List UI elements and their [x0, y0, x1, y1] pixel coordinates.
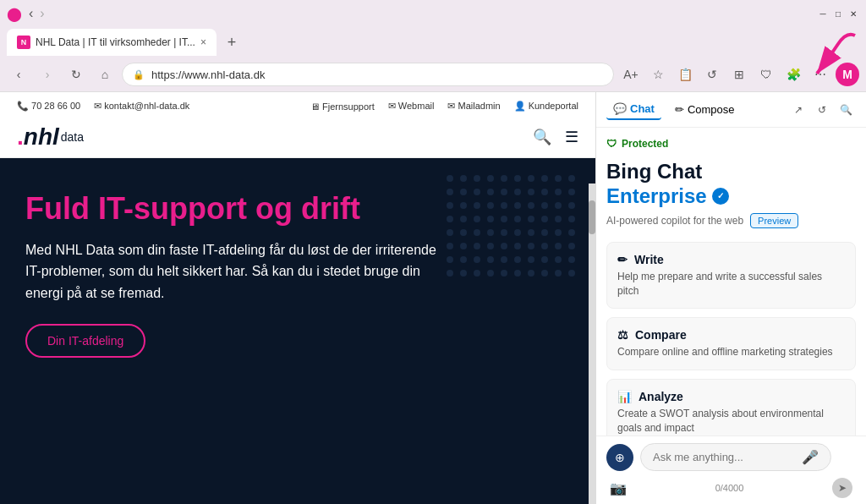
- chat-footer-row: 📷 0/4000 ➤: [606, 474, 856, 498]
- active-tab[interactable]: N NHL Data | IT til virksomheder | IT...…: [7, 29, 216, 56]
- bing-chat-panel: 💬 Chat ✏ Compose ↗ ↺ 🔍 🛡 Protected Bing …: [595, 92, 866, 504]
- fjernsupport-link[interactable]: 🖥 Fjernsupport: [310, 101, 375, 112]
- contact-info: 📞 70 28 66 00 ✉ kontakt@nhl-data.dk: [17, 101, 189, 112]
- close-button[interactable]: ✕: [847, 8, 859, 19]
- panel-tab-actions: ↗ ↺ 🔍: [788, 100, 856, 120]
- hero-cta-button[interactable]: Din IT-afdeling: [25, 324, 145, 358]
- compare-description: Compare online and offline marketing str…: [617, 345, 845, 359]
- kundeportal-link[interactable]: 👤 Kundeportal: [514, 101, 578, 112]
- nav-back-title[interactable]: ‹: [29, 6, 33, 21]
- url-text: https://www.nhl-data.dk: [151, 68, 265, 81]
- write-description: Help me prepare and write a successful s…: [617, 270, 845, 299]
- profile-button[interactable]: M: [836, 63, 859, 86]
- compare-suggestion-card[interactable]: ⚖ Compare Compare online and offline mar…: [606, 317, 856, 370]
- compare-icon: ⚖: [617, 328, 628, 342]
- home-button[interactable]: ⌂: [93, 63, 117, 86]
- compose-tab[interactable]: ✏ Compose: [668, 100, 742, 119]
- phone: 📞 70 28 66 00: [17, 101, 80, 112]
- read-aloud-button[interactable]: A+: [619, 63, 643, 86]
- protected-badge: 🛡 Protected: [606, 138, 856, 150]
- panel-body: 🛡 Protected Bing Chat Enterprise ✓ AI-po…: [596, 128, 866, 436]
- toolbar-actions: A+ ☆ 📋 ↺ ⊞ 🛡 🧩 ⋯ M: [619, 63, 859, 86]
- search-icon[interactable]: 🔍: [533, 128, 551, 146]
- address-bar[interactable]: 🔒 https://www.nhl-data.dk: [122, 63, 614, 86]
- chat-input-container: 🎤: [640, 443, 831, 471]
- maximize-button[interactable]: □: [832, 8, 844, 19]
- analyze-icon: 📊: [617, 390, 632, 403]
- window-controls: ─ □ ✕: [817, 8, 859, 19]
- new-tab-button[interactable]: +: [220, 30, 244, 54]
- char-count: 0/4000: [715, 483, 744, 493]
- sync-button[interactable]: ↺: [700, 63, 724, 86]
- analyze-title: Analyze: [639, 390, 683, 403]
- settings-button[interactable]: ⋯: [808, 63, 832, 86]
- compose-icon: ✏: [675, 103, 684, 116]
- panel-footer: ⊕ 🎤 📷 0/4000 ➤: [596, 436, 866, 504]
- chat-tab-label: Chat: [630, 102, 655, 115]
- website-header: 📞 70 28 66 00 ✉ kontakt@nhl-data.dk 🖥 Fj…: [0, 92, 595, 120]
- webmail-link[interactable]: ✉ Webmail: [388, 101, 435, 112]
- refresh-button[interactable]: ↻: [64, 63, 88, 86]
- camera-button[interactable]: 📷: [610, 480, 627, 496]
- write-title: Write: [634, 253, 664, 266]
- nav-forward-title[interactable]: ›: [40, 6, 44, 21]
- scrollbar[interactable]: [589, 184, 595, 504]
- website-content: 📞 70 28 66 00 ✉ kontakt@nhl-data.dk 🖥 Fj…: [0, 92, 595, 504]
- analyze-description: Create a SWOT analysis about environment…: [617, 407, 845, 436]
- email: ✉ kontakt@nhl-data.dk: [94, 101, 189, 112]
- favorites-button[interactable]: ☆: [646, 63, 670, 86]
- tab-favicon: N: [17, 36, 30, 49]
- analyze-suggestion-header: 📊 Analyze: [617, 390, 845, 403]
- lock-icon: 🔒: [133, 69, 145, 80]
- analyze-suggestion-card[interactable]: 📊 Analyze Create a SWOT analysis about e…: [606, 379, 856, 436]
- chat-input[interactable]: [653, 451, 795, 463]
- protected-label: Protected: [622, 138, 668, 150]
- compare-suggestion-header: ⚖ Compare: [617, 328, 845, 342]
- title-bar: ⬤ ‹ › ─ □ ✕: [0, 0, 866, 27]
- chat-tab[interactable]: 💬 Chat: [606, 99, 661, 120]
- enterprise-verified-icon: ✓: [712, 188, 729, 205]
- nhl-logo: . nhl data: [17, 123, 84, 151]
- write-icon: ✏: [617, 253, 628, 266]
- collections-button[interactable]: 📋: [673, 63, 697, 86]
- hero-section: Fuld IT-support og drift Med NHL Data so…: [0, 158, 595, 392]
- forward-button[interactable]: ›: [36, 63, 59, 86]
- preview-badge: Preview: [750, 213, 798, 228]
- hero-description: Med NHL Data som din faste IT-afdeling f…: [25, 239, 448, 304]
- shield-icon: 🛡: [606, 138, 617, 150]
- logo-bar: . nhl data 🔍 ☰: [0, 120, 595, 158]
- send-button[interactable]: ➤: [832, 478, 852, 498]
- tab-bar: N NHL Data | IT til virksomheder | IT...…: [0, 27, 866, 58]
- toolbar: ‹ › ↻ ⌂ 🔒 https://www.nhl-data.dk A+ ☆ 📋…: [0, 58, 866, 91]
- mailadmin-link[interactable]: ✉ Mailadmin: [447, 101, 500, 112]
- top-nav: 🖥 Fjernsupport ✉ Webmail ✉ Mailadmin 👤 K…: [310, 101, 578, 112]
- bing-title: Bing Chat: [606, 160, 856, 184]
- user-avatar: ⊕: [606, 444, 633, 471]
- tab-label: NHL Data | IT til virksomheder | IT...: [36, 36, 195, 48]
- compose-tab-label: Compose: [688, 103, 735, 116]
- split-view-button[interactable]: ⊞: [727, 63, 751, 86]
- tab-close-button[interactable]: ×: [200, 36, 206, 48]
- minimize-button[interactable]: ─: [817, 8, 829, 19]
- dot-pattern: [447, 175, 578, 307]
- menu-icon[interactable]: ☰: [565, 128, 578, 146]
- browser-essentials-button[interactable]: 🛡: [754, 63, 778, 86]
- main-area: 📞 70 28 66 00 ✉ kontakt@nhl-data.dk 🖥 Fj…: [0, 92, 866, 504]
- microphone-button[interactable]: 🎤: [802, 449, 819, 465]
- write-suggestion-card[interactable]: ✏ Write Help me prepare and write a succ…: [606, 242, 856, 310]
- search-panel-button[interactable]: 🔍: [836, 100, 856, 120]
- panel-tabs: 💬 Chat ✏ Compose ↗ ↺ 🔍: [596, 92, 866, 128]
- open-external-button[interactable]: ↗: [788, 100, 808, 120]
- refresh-chat-button[interactable]: ↺: [812, 100, 832, 120]
- bing-enterprise: Enterprise ✓: [606, 184, 856, 208]
- back-button[interactable]: ‹: [7, 63, 30, 86]
- chat-icon: 💬: [613, 102, 627, 115]
- write-suggestion-header: ✏ Write: [617, 253, 845, 266]
- extensions-button[interactable]: 🧩: [781, 63, 805, 86]
- ai-description: AI-powered copilot for the web Preview: [606, 213, 856, 228]
- browser-menu-icon[interactable]: ⬤: [7, 6, 22, 22]
- compare-title: Compare: [635, 328, 687, 342]
